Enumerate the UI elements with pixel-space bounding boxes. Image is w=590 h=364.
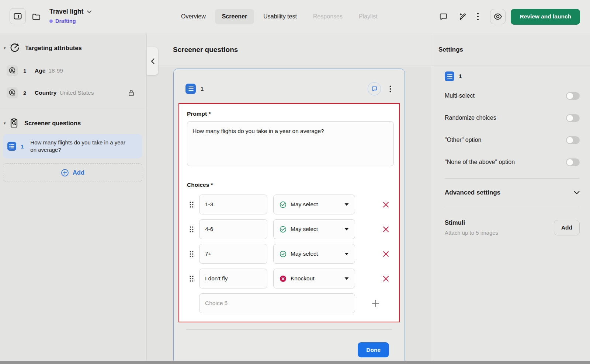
sidebar-collapse-handle[interactable] — [147, 47, 158, 75]
add-choice-button[interactable] — [370, 298, 381, 309]
choice-list: May select — [187, 195, 391, 313]
choice-row: Knockout — [187, 269, 391, 288]
setting-row-other-option: "Other" option — [445, 133, 580, 147]
collapse-caret-icon: ▾ — [4, 46, 10, 50]
header-kebab-menu[interactable] — [477, 13, 479, 21]
delete-choice-button[interactable] — [381, 225, 391, 234]
settings-panel: Settings 1 Multi-select Randomize choice… — [431, 34, 590, 364]
chevron-down-icon — [344, 277, 349, 280]
choice-rule-dropdown[interactable]: Knockout — [273, 269, 355, 288]
validation-highlight-region: Prompt * How many flights do you take in… — [178, 103, 400, 322]
setting-label: "Other" option — [445, 137, 481, 143]
project-block: Travel light Drafting — [49, 8, 91, 24]
audience-icon — [7, 87, 18, 98]
choice-rule-label: May select — [291, 251, 318, 257]
question-comment-button[interactable] — [368, 82, 381, 95]
page-title: Screener questions — [173, 46, 238, 54]
main-header: Screener questions — [147, 34, 431, 66]
delete-choice-button[interactable] — [381, 274, 391, 283]
toggle-knob — [567, 115, 573, 121]
targeting-section-header[interactable]: ▾ Targeting attributes — [0, 42, 146, 54]
question-editor-card: 1 Promp — [173, 69, 405, 364]
other-option-toggle[interactable] — [566, 136, 580, 144]
choice-rule-dropdown[interactable]: May select — [273, 195, 355, 214]
settings-divider — [445, 209, 580, 209]
targeting-item-country[interactable]: 2 Country United States — [7, 87, 141, 98]
ai-assist-button[interactable] — [458, 13, 466, 21]
choice-text-input[interactable] — [199, 219, 267, 239]
choice-row: May select — [187, 195, 391, 214]
choice-rule-label: May select — [291, 201, 318, 208]
done-button[interactable]: Done — [358, 342, 389, 357]
targeting-section-title: Targeting attributes — [25, 45, 82, 52]
audience-icon — [7, 65, 18, 76]
status-dot — [49, 20, 53, 23]
drag-handle-icon[interactable] — [190, 202, 195, 208]
may-select-icon — [280, 251, 287, 258]
prompt-input[interactable]: How many flights do you take in a year o… — [187, 121, 394, 166]
delete-x-icon — [383, 251, 389, 257]
setting-label: Multi-select — [445, 92, 475, 99]
targeting-item-label: Age — [35, 67, 45, 74]
choice-text-input[interactable] — [199, 244, 267, 264]
new-choice-input[interactable] — [199, 293, 355, 313]
targeting-item-age[interactable]: 1 Age 18-99 — [7, 65, 141, 76]
multiple-choice-icon — [445, 71, 454, 81]
stimuli-add-button[interactable]: Add — [554, 220, 580, 235]
add-question-button[interactable]: Add — [3, 163, 142, 182]
main-content: Screener questions 1 — [147, 34, 431, 364]
question-kebab-menu[interactable] — [388, 85, 393, 93]
choice-rule-dropdown[interactable]: May select — [273, 244, 355, 264]
tab-overview[interactable]: Overview — [174, 9, 213, 24]
chevron-down-icon — [574, 191, 580, 195]
advanced-settings-accordion[interactable]: Advanced settings — [445, 185, 580, 200]
chevron-down-icon — [87, 10, 91, 13]
tab-responses: Responses — [306, 9, 350, 24]
card-divider — [186, 329, 392, 330]
choice-text-input[interactable] — [199, 269, 267, 288]
drag-handle-icon[interactable] — [190, 226, 195, 232]
clipboard-search-icon — [10, 118, 19, 128]
project-title-dropdown[interactable]: Travel light — [49, 8, 91, 15]
delete-choice-button[interactable] — [381, 200, 391, 209]
preview-button[interactable] — [490, 9, 506, 24]
comment-bubble-icon — [439, 13, 448, 21]
tab-playlist: Playlist — [352, 9, 385, 24]
settings-question-number: 1 — [459, 73, 462, 80]
review-and-launch-button[interactable]: Review and launch — [511, 9, 580, 25]
choice-rule-dropdown[interactable]: May select — [273, 219, 355, 239]
kebab-icon — [477, 13, 479, 21]
screener-question-item[interactable]: 1 How many flights do you take in a year… — [3, 134, 142, 158]
targeting-item-value: 18-99 — [48, 67, 63, 74]
comments-button[interactable] — [439, 13, 448, 21]
question-number: 1 — [201, 85, 204, 92]
panel-layout-icon — [14, 13, 22, 20]
choice-text-input[interactable] — [199, 195, 267, 214]
targeting-item-number: 1 — [23, 68, 28, 74]
targeting-item-number: 2 — [23, 90, 28, 96]
delete-choice-button[interactable] — [381, 249, 391, 259]
magic-pencil-icon — [458, 13, 466, 21]
settings-header: Settings — [431, 34, 590, 66]
none-of-above-toggle[interactable] — [566, 158, 580, 166]
delete-x-icon — [383, 202, 389, 208]
tab-screener[interactable]: Screener — [215, 9, 254, 24]
new-choice-row — [187, 293, 391, 313]
randomize-choices-toggle[interactable] — [566, 114, 580, 122]
may-select-icon — [280, 201, 287, 208]
screener-section-header[interactable]: ▾ Screener questions — [0, 117, 146, 129]
settings-divider — [445, 178, 580, 179]
multi-select-toggle[interactable] — [566, 92, 580, 100]
choices-label: Choices * — [187, 182, 391, 188]
drag-handle-icon[interactable] — [190, 276, 195, 282]
delete-x-icon — [383, 226, 389, 232]
choice-row: May select — [187, 219, 391, 239]
status-badge: Drafting — [49, 18, 91, 24]
question-text: How many flights do you take in a year o… — [30, 139, 133, 154]
tab-usability-test[interactable]: Usability test — [256, 9, 304, 24]
kebab-icon — [389, 85, 391, 92]
sidebar-toggle-button[interactable] — [10, 8, 26, 24]
question-number: 1 — [21, 143, 24, 150]
folder-icon[interactable] — [32, 12, 41, 21]
drag-handle-icon[interactable] — [190, 251, 195, 257]
